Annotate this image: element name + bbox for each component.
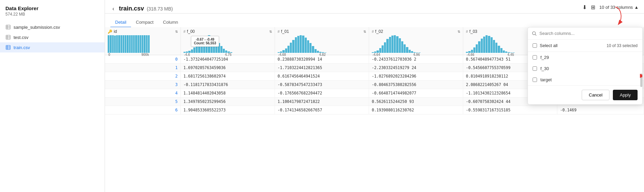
main-header: ‹ train.csv (318.73 MB) ⬇ ⊞ 10 of 33 col… bbox=[105, 0, 644, 14]
cell-id-2: 2 bbox=[105, 72, 180, 81]
scrollbar-track[interactable] bbox=[640, 52, 642, 85]
cell-f01-1: -1.7103224412821365 bbox=[275, 64, 369, 72]
file-size: (318.73 MB) bbox=[147, 6, 173, 12]
cell-f01-2: 0.6167456464941524 bbox=[275, 72, 369, 81]
cell-f02-5: 0.5626115244250 93 bbox=[369, 98, 463, 106]
checkbox-f29[interactable] bbox=[533, 55, 537, 60]
svg-rect-8 bbox=[6, 45, 10, 49]
file-title: train.csv bbox=[119, 5, 144, 12]
select-all-row: Select all 10 of 33 selected bbox=[528, 40, 642, 52]
back-button[interactable]: ‹ bbox=[110, 5, 116, 13]
apply-button[interactable]: Apply bbox=[613, 90, 638, 100]
dropdown-search-row bbox=[528, 27, 642, 40]
col-name-f01: f_01 bbox=[281, 29, 289, 34]
cell-f00-5: 1.3497850235299456 bbox=[180, 98, 275, 106]
col-header-id: 🔑 id ⇅ bbox=[105, 27, 180, 55]
col-header-f00: # f_00 ⇅ -0.67 - -0.49 Count: 56,553 bbox=[180, 27, 275, 55]
hist-f00-max: 4.75 bbox=[225, 53, 231, 57]
col-name-f00: f_00 bbox=[187, 29, 195, 34]
table-icon-2 bbox=[5, 35, 11, 40]
scrollbar-thumb bbox=[640, 73, 642, 85]
select-all-label: Select all bbox=[540, 43, 558, 48]
item-label-f29: f_29 bbox=[540, 55, 549, 60]
columns-dropdown: Select all 10 of 33 selected f_29 f_30 t… bbox=[528, 27, 643, 105]
columns-toggle-button[interactable]: 10 of 33 columns ▲ bbox=[599, 5, 639, 10]
selected-count: 10 of 33 selected bbox=[607, 43, 638, 48]
download-button[interactable]: ⬇ bbox=[582, 4, 587, 10]
cell-f00-3: -0.1181717833431876 bbox=[180, 81, 275, 89]
sidebar-item-sample[interactable]: sample_submission.csv bbox=[0, 22, 105, 32]
cell-id-4: 4 bbox=[105, 89, 180, 98]
svg-point-12 bbox=[533, 31, 536, 35]
cell-f00-4: 1.1484814402043058 bbox=[180, 89, 275, 98]
dropdown-items-list: f_29 f_30 target bbox=[528, 52, 642, 85]
cell-f00-1: 1.6970205763459036 bbox=[180, 64, 275, 72]
search-icon bbox=[532, 31, 537, 36]
cell-f01-6: -0.1741346582667657 bbox=[275, 106, 369, 114]
cell-f04-6: -0.1469 bbox=[557, 106, 644, 114]
svg-line-13 bbox=[535, 34, 537, 36]
columns-count-label: 10 of 33 columns bbox=[599, 5, 633, 10]
dropdown-item-target[interactable]: target bbox=[528, 74, 642, 85]
table-icon bbox=[5, 24, 11, 30]
tab-compact[interactable]: Compact bbox=[131, 18, 158, 27]
select-all-checkbox[interactable] bbox=[533, 43, 537, 48]
cell-f03-6: -0.5598317167315185 bbox=[463, 106, 557, 114]
cell-f02-2: -1.0276892023284296 bbox=[369, 72, 463, 81]
cell-f02-6: 0.1939080116230762 bbox=[369, 106, 463, 114]
hist-f03-max: 4.45 bbox=[508, 53, 514, 57]
hist-f03-min: -4.66 bbox=[467, 53, 474, 57]
checkbox-f30[interactable] bbox=[533, 66, 537, 71]
sidebar: Data Explorer 574.22 MB sample_submissio… bbox=[0, 0, 105, 192]
tab-column[interactable]: Column bbox=[158, 18, 183, 27]
chevron-up-icon: ▲ bbox=[634, 5, 639, 10]
histogram-f03: -4.66 4.45 bbox=[463, 35, 517, 55]
sort-icon-id[interactable]: ⇅ bbox=[175, 30, 178, 34]
sidebar-filename-sample: sample_submission.csv bbox=[14, 25, 60, 30]
hist-id-max: 900k bbox=[142, 53, 149, 57]
sort-icon-f01[interactable]: ⇅ bbox=[363, 30, 366, 34]
dropdown-item-f30[interactable]: f_30 bbox=[528, 63, 642, 74]
sidebar-item-train[interactable]: train.csv bbox=[0, 42, 105, 52]
hist-f02-max: 4.96 bbox=[413, 53, 420, 57]
cell-f00-6: 1.9048533605522373 bbox=[180, 106, 275, 114]
cell-f02-3: -0.8046375380282556 bbox=[369, 81, 463, 89]
cell-f02-4: -0.6648714744982077 bbox=[369, 89, 463, 98]
cell-f01-5: 1.1004179872471822 bbox=[275, 98, 369, 106]
tab-detail[interactable]: Detail bbox=[110, 18, 131, 27]
svg-rect-4 bbox=[6, 35, 10, 39]
sort-icon-f02[interactable]: ⇅ bbox=[457, 30, 460, 34]
cell-id-1: 1 bbox=[105, 64, 180, 72]
col-name-f03: f_03 bbox=[469, 29, 477, 34]
sidebar-title: Data Explorer bbox=[0, 5, 105, 12]
item-label-f30: f_30 bbox=[540, 66, 549, 71]
main-panel: ‹ train.csv (318.73 MB) ⬇ ⊞ 10 of 33 col… bbox=[105, 0, 644, 192]
search-input[interactable] bbox=[539, 31, 638, 36]
cell-id-6: 6 bbox=[105, 106, 180, 114]
sort-icon-f00[interactable]: ⇅ bbox=[269, 30, 272, 34]
grid-button[interactable]: ⊞ bbox=[591, 4, 595, 10]
sidebar-filename-test: test.csv bbox=[14, 35, 28, 40]
svg-rect-0 bbox=[6, 25, 10, 29]
hist-id-min: 0 bbox=[108, 53, 110, 57]
col-header-f01: # f_01 ⇅ -4.68 bbox=[275, 27, 369, 55]
sidebar-size: 574.22 MB bbox=[0, 12, 105, 22]
header-actions: ⬇ ⊞ 10 of 33 columns ▲ bbox=[582, 4, 639, 13]
checkbox-target[interactable] bbox=[533, 78, 537, 82]
sidebar-filename-train: train.csv bbox=[14, 45, 30, 50]
histogram-f00: -0.67 - -0.49 Count: 56,553 bbox=[181, 35, 235, 55]
cell-f01-3: -0.5878347547233473 bbox=[275, 81, 369, 89]
cell-id-5: 5 bbox=[105, 98, 180, 106]
cell-f01-4: -0.1765667682204472 bbox=[275, 89, 369, 98]
sidebar-item-test[interactable]: test.csv bbox=[0, 32, 105, 42]
cell-id-3: 3 bbox=[105, 81, 180, 89]
hist-f01-min: -4.68 bbox=[278, 53, 286, 57]
cancel-button[interactable]: Cancel bbox=[582, 90, 609, 100]
dropdown-item-f29[interactable]: f_29 bbox=[528, 52, 642, 63]
hist-f00-min: -4.6 bbox=[184, 53, 190, 57]
histogram-f01: -4.68 4.82 bbox=[275, 35, 329, 55]
hist-f01-max: 4.82 bbox=[319, 53, 325, 57]
item-label-target: target bbox=[540, 77, 552, 82]
key-icon: 🔑 bbox=[108, 29, 112, 34]
col-name-f02: f_02 bbox=[375, 29, 383, 34]
